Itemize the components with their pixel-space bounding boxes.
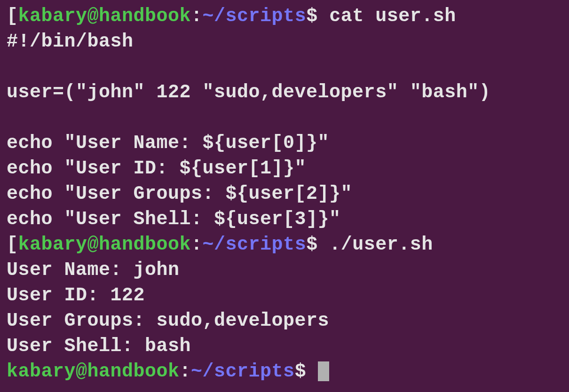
prompt-bracket: [ xyxy=(7,6,18,27)
file-echo-2: echo "User ID: ${user[1]}" xyxy=(7,156,562,181)
prompt-colon: : xyxy=(191,6,203,27)
file-echo-4: echo "User Shell: ${user[3]}" xyxy=(7,207,562,232)
file-echo-3: echo "User Groups: ${user[2]}" xyxy=(7,181,562,207)
prompt-path: ~/scripts xyxy=(191,361,295,382)
prompt-dollar: $ xyxy=(306,6,329,27)
prompt-dollar: $ xyxy=(295,361,318,382)
output-line-4: User Shell: bash xyxy=(7,334,562,359)
file-blank-2 xyxy=(7,105,562,131)
prompt-colon: : xyxy=(191,234,203,255)
output-line-2: User ID: 122 xyxy=(7,283,562,308)
prompt-path: ~/scripts xyxy=(203,6,307,27)
output-line-1: User Name: john xyxy=(7,258,562,283)
file-shebang: #!/bin/bash xyxy=(7,29,562,55)
terminal-line-prompt-1: [kabary@handbook:~/scripts$ cat user.sh xyxy=(7,4,562,29)
prompt-bracket: [ xyxy=(7,234,18,255)
prompt-colon: : xyxy=(180,361,191,382)
terminal-cursor[interactable] xyxy=(318,361,329,381)
file-array-def: user=("john" 122 "sudo,developers" "bash… xyxy=(7,80,562,105)
prompt-user-host: kabary@handbook xyxy=(18,6,191,27)
prompt-dollar: $ xyxy=(306,234,329,255)
file-blank-1 xyxy=(7,55,562,80)
command-cat: cat user.sh xyxy=(329,6,456,27)
output-line-3: User Groups: sudo,developers xyxy=(7,308,562,334)
prompt-user-host: kabary@handbook xyxy=(18,234,191,255)
prompt-path: ~/scripts xyxy=(203,234,307,255)
command-run: ./user.sh xyxy=(329,234,433,255)
file-echo-1: echo "User Name: ${user[0]}" xyxy=(7,131,562,156)
terminal-line-prompt-3[interactable]: kabary@handbook:~/scripts$ xyxy=(7,359,562,384)
prompt-user-host: kabary@handbook xyxy=(7,361,180,382)
terminal-line-prompt-2: [kabary@handbook:~/scripts$ ./user.sh xyxy=(7,232,562,258)
